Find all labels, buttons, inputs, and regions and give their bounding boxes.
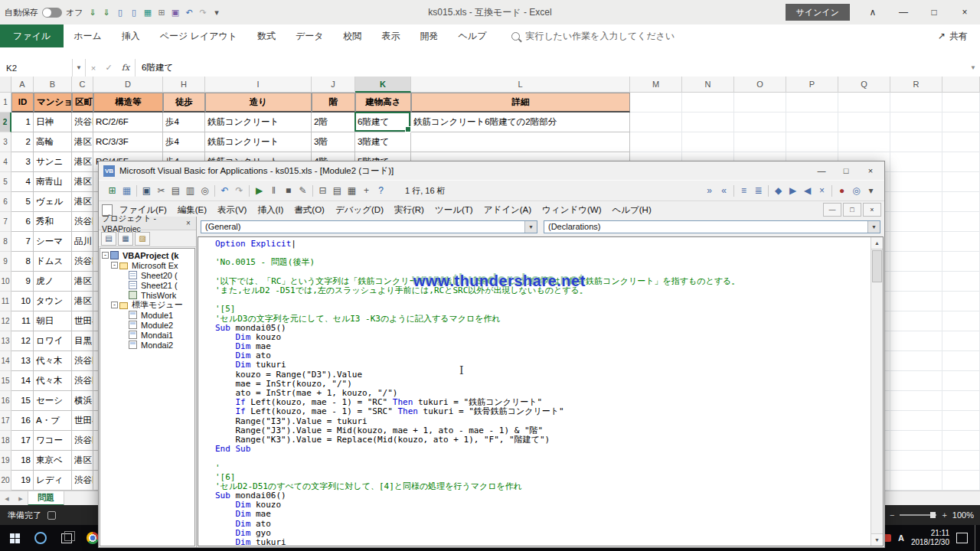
cell[interactable]: 2階 — [312, 112, 355, 132]
cell[interactable]: 世田谷 — [72, 311, 93, 331]
cell[interactable]: 港区 — [72, 272, 93, 292]
row-header-20[interactable]: 20 — [0, 471, 11, 491]
toggle-folders-icon[interactable]: ▨ — [135, 232, 150, 246]
cell[interactable] — [942, 132, 980, 152]
ribbon-tab-7[interactable]: 表示 — [372, 24, 410, 47]
cell[interactable]: 港区 — [72, 451, 93, 471]
row-header-9[interactable]: 9 — [0, 252, 11, 272]
vba-menu-10[interactable]: ヘルプ(H) — [606, 201, 656, 218]
cell[interactable]: 港区 — [72, 132, 93, 152]
cell[interactable] — [890, 431, 942, 451]
code-line[interactable]: Dim gyo — [215, 529, 869, 538]
show-desktop-button[interactable] — [975, 525, 978, 551]
code-line[interactable] — [215, 454, 869, 463]
column-header-O[interactable]: O — [734, 77, 786, 93]
next-bookmark-icon[interactable]: ▶ — [786, 184, 800, 197]
code-line[interactable]: Dim mae — [215, 342, 869, 351]
code-line[interactable]: If Left(kouzo, mae - 1) = "RC" Then tuku… — [215, 398, 869, 407]
ribbon-tab-6[interactable]: 校閲 — [334, 24, 372, 47]
cell[interactable] — [890, 132, 942, 152]
cell[interactable]: 詳細 — [411, 93, 630, 112]
cell[interactable] — [890, 272, 942, 292]
code-line[interactable]: Dim mae — [215, 510, 869, 519]
zoom-out-icon[interactable]: − — [890, 510, 894, 520]
cell[interactable] — [942, 192, 980, 212]
cell[interactable]: 高輪 — [34, 132, 72, 152]
code-line[interactable]: '[6] — [215, 473, 869, 482]
cell[interactable] — [411, 132, 630, 152]
run-icon[interactable]: ▶ — [252, 184, 266, 197]
break-icon[interactable]: ‖ — [266, 184, 281, 197]
view-code-icon[interactable]: ▤ — [101, 232, 116, 246]
code-line[interactable]: '[5] — [215, 305, 869, 314]
cell[interactable] — [838, 93, 890, 112]
cell[interactable] — [942, 152, 980, 172]
properties-window-icon[interactable]: ▤ — [330, 184, 345, 197]
formula-input[interactable]: 6階建て — [136, 59, 966, 77]
maximize-button[interactable]: □ — [919, 0, 949, 24]
scroll-up-icon[interactable]: ▲ — [871, 237, 883, 249]
cell[interactable] — [630, 112, 682, 132]
object-dropdown[interactable]: (General) ▼ — [201, 220, 537, 233]
cell[interactable]: 3 — [11, 152, 34, 172]
cell[interactable]: 階 — [312, 93, 355, 112]
cell[interactable] — [682, 132, 734, 152]
ribbon-tab-1[interactable]: ホーム — [64, 24, 112, 47]
code-line[interactable]: kouzo = Range("D3").Value — [215, 370, 869, 380]
cell[interactable]: 渋谷区 — [72, 351, 93, 371]
code-line[interactable]: Range("K3").Value = Replace(Mid(kouzo, a… — [215, 435, 869, 445]
previous-bookmark-icon[interactable]: ◀ — [800, 184, 815, 197]
cell[interactable] — [942, 252, 980, 272]
cell[interactable]: 南青山 — [34, 172, 72, 192]
cell[interactable]: 6階建て — [355, 112, 411, 132]
cell[interactable]: ドムス — [34, 252, 72, 272]
cell[interactable]: 区町 — [72, 93, 93, 112]
task-view-button[interactable] — [54, 525, 80, 551]
row-header-17[interactable]: 17 — [0, 411, 11, 431]
cell[interactable] — [838, 132, 890, 152]
cell[interactable]: 15 — [11, 391, 34, 411]
cell[interactable]: ロワイ — [34, 331, 72, 351]
cell[interactable]: 渋谷区 — [72, 471, 93, 491]
sort-desc-icon[interactable]: ⇓ — [101, 8, 113, 18]
tree-item[interactable]: -標準モジュー — [100, 300, 194, 310]
cell[interactable]: 朝日 — [34, 311, 72, 331]
toolbox-icon[interactable]: + — [359, 184, 374, 197]
insert-userform-icon[interactable]: ▦ — [119, 184, 134, 197]
paste-icon[interactable]: ▥ — [183, 184, 198, 197]
cell[interactable]: RC/2/6F — [93, 112, 163, 132]
sheet-nav-left-icon[interactable]: ◀ — [0, 491, 14, 506]
action-center-icon[interactable] — [956, 533, 968, 543]
sort-asc-icon[interactable]: ⇓ — [87, 8, 99, 18]
cell[interactable]: 9 — [11, 272, 34, 292]
ribbon-tab-2[interactable]: 挿入 — [112, 24, 150, 47]
cell[interactable]: 横浜 — [72, 391, 93, 411]
cell[interactable]: 4 — [11, 172, 34, 192]
cell[interactable] — [890, 252, 942, 272]
tree-item[interactable]: ThisWork — [100, 290, 194, 300]
cell[interactable]: 港区 — [72, 192, 93, 212]
column-header-B[interactable]: B — [34, 77, 72, 93]
cell[interactable]: セーシ — [34, 391, 72, 411]
cell[interactable] — [890, 411, 942, 431]
cell[interactable]: 19 — [11, 471, 34, 491]
cell[interactable]: 7 — [11, 232, 34, 252]
cell[interactable] — [890, 112, 942, 132]
row-header-5[interactable]: 5 — [0, 172, 11, 192]
cell[interactable]: 8 — [11, 252, 34, 272]
cell[interactable]: 代々木 — [34, 371, 72, 391]
cell[interactable] — [890, 172, 942, 192]
cell[interactable] — [734, 93, 786, 112]
ribbon-display-options-icon[interactable]: ∧ — [858, 0, 888, 24]
column-header-M[interactable]: M — [630, 77, 682, 93]
borders-icon[interactable]: ⊞ — [156, 8, 168, 18]
row-header-3[interactable]: 3 — [0, 132, 11, 152]
code-line[interactable]: Dim ato — [215, 520, 869, 529]
code-line[interactable]: Dim ato — [215, 351, 869, 360]
cell[interactable]: 東京ベ — [34, 451, 72, 471]
tree-item[interactable]: Mondai2 — [100, 340, 194, 350]
help-icon[interactable]: ? — [374, 184, 388, 197]
cell[interactable] — [942, 292, 980, 311]
row-header-2[interactable]: 2 — [0, 112, 11, 132]
cell[interactable]: 目黒 — [72, 331, 93, 351]
